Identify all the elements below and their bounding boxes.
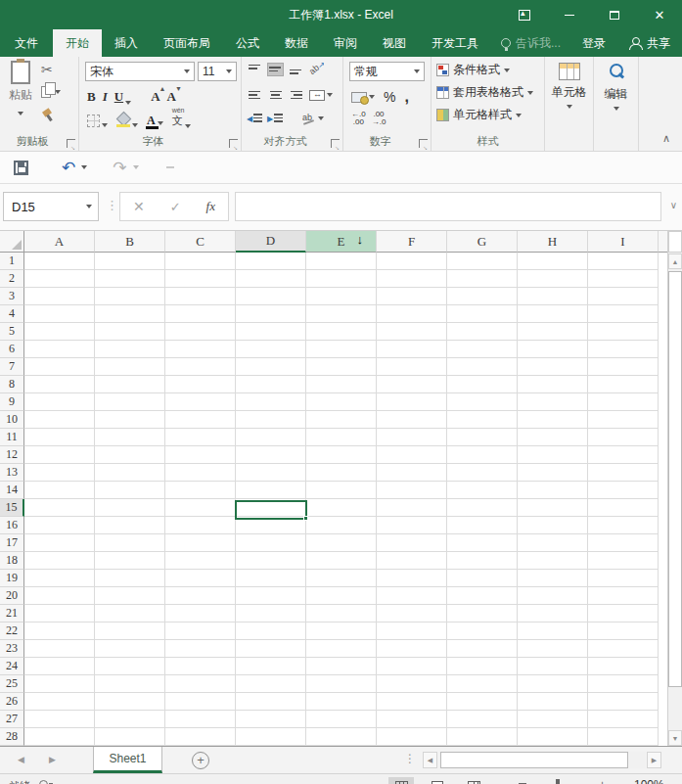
cell-C24[interactable] [165,658,236,675]
cell-I12[interactable] [588,446,659,464]
cell-D19[interactable] [236,570,306,587]
share-button[interactable]: 共享 [617,29,682,57]
cell-D4[interactable] [236,305,306,323]
cell-G5[interactable] [447,323,518,341]
cell-F22[interactable] [377,623,447,640]
scroll-left-button[interactable]: ◀ [423,752,437,768]
middle-align-button[interactable] [268,64,283,75]
cell-A3[interactable] [24,288,95,305]
cell-E22[interactable] [306,623,377,640]
cell-F25[interactable] [377,675,447,693]
cell-G27[interactable] [447,711,518,728]
cell-B24[interactable] [95,658,165,675]
cell-G8[interactable] [447,376,518,393]
fill-handle[interactable] [303,516,308,521]
cell-G11[interactable] [447,429,518,446]
insert-function-button[interactable]: fx [206,199,215,214]
cell-D24[interactable] [236,658,306,675]
cell-A26[interactable] [24,693,95,711]
normal-view-button[interactable] [388,777,414,784]
cell-H5[interactable] [518,323,588,341]
cell-F3[interactable] [377,288,447,305]
cell-A14[interactable] [24,482,95,499]
cell-styles-button[interactable]: 单元格样式 [436,107,533,123]
cell-G28[interactable] [447,728,518,746]
row-header-23[interactable]: 23 [0,640,24,658]
cell-A28[interactable] [24,728,95,746]
cell-F19[interactable] [377,570,447,587]
decrease-indent-button[interactable] [248,113,262,124]
cell-B21[interactable] [95,605,165,623]
font-color-button[interactable]: A [147,115,163,125]
cell-G20[interactable] [447,587,518,605]
cell-F2[interactable] [377,270,447,288]
next-sheet-button[interactable]: ▶ [49,755,56,764]
cell-A24[interactable] [24,658,95,675]
row-header-9[interactable]: 9 [0,393,24,411]
cell-F20[interactable] [377,587,447,605]
cell-B15[interactable] [95,499,165,517]
confirm-entry-button[interactable]: ✓ [170,200,181,214]
undo-button[interactable]: ↶ [62,158,75,178]
cell-I6[interactable] [588,341,659,358]
cell-E17[interactable] [306,534,377,552]
scroll-down-button[interactable]: ▼ [668,730,682,746]
accounting-format-button[interactable] [351,92,375,103]
increase-decimal-button[interactable]: ←.0.00 [351,111,366,126]
row-header-4[interactable]: 4 [0,305,24,323]
page-break-view-button[interactable] [461,777,486,784]
cell-B25[interactable] [95,675,165,693]
row-header-22[interactable]: 22 [0,623,24,640]
format-painter-button[interactable] [41,107,53,121]
formula-input[interactable] [235,192,661,221]
cell-H7[interactable] [518,358,588,376]
cell-E1[interactable] [306,253,377,270]
cell-B17[interactable] [95,534,165,552]
cell-C18[interactable] [165,552,236,570]
cell-G24[interactable] [447,658,518,675]
cell-D11[interactable] [236,429,306,446]
cell-H9[interactable] [518,393,588,411]
cell-A7[interactable] [24,358,95,376]
cell-C25[interactable] [165,675,236,693]
cell-A12[interactable] [24,446,95,464]
cell-B4[interactable] [95,305,165,323]
cell-A19[interactable] [24,570,95,587]
cell-H11[interactable] [518,429,588,446]
cell-E15[interactable] [306,499,377,517]
cell-A1[interactable] [24,253,95,270]
row-header-3[interactable]: 3 [0,288,24,305]
column-header-F[interactable]: F [377,231,447,253]
cell-B7[interactable] [95,358,165,376]
cell-C20[interactable] [165,587,236,605]
paste-button[interactable]: 粘贴 [4,61,37,129]
number-format-combo[interactable]: 常规 [349,62,425,81]
cell-D10[interactable] [236,411,306,429]
editing-button[interactable]: 编辑 [594,63,638,111]
cell-F26[interactable] [377,693,447,711]
scroll-up-button[interactable]: ▲ [668,254,682,269]
cell-E10[interactable] [306,411,377,429]
cell-H21[interactable] [518,605,588,623]
cell-I4[interactable] [588,305,659,323]
orientation-button[interactable] [309,63,324,75]
cell-B8[interactable] [95,376,165,393]
horizontal-scrollbar[interactable] [438,752,646,768]
cell-D12[interactable] [236,446,306,464]
cell-I20[interactable] [588,587,659,605]
cell-G12[interactable] [447,446,518,464]
cell-H28[interactable] [518,728,588,746]
cell-E4[interactable] [306,305,377,323]
cell-I17[interactable] [588,534,659,552]
save-button[interactable] [14,161,28,175]
cell-D28[interactable] [236,728,306,746]
decrease-decimal-button[interactable]: .00→.0 [372,111,386,126]
cell-G22[interactable] [447,623,518,640]
cell-D13[interactable] [236,464,306,482]
zoom-in-button[interactable]: + [599,778,606,784]
cell-H25[interactable] [518,675,588,693]
cell-B18[interactable] [95,552,165,570]
text-direction-button[interactable] [302,113,324,124]
cell-B14[interactable] [95,482,165,499]
cell-E19[interactable] [306,570,377,587]
